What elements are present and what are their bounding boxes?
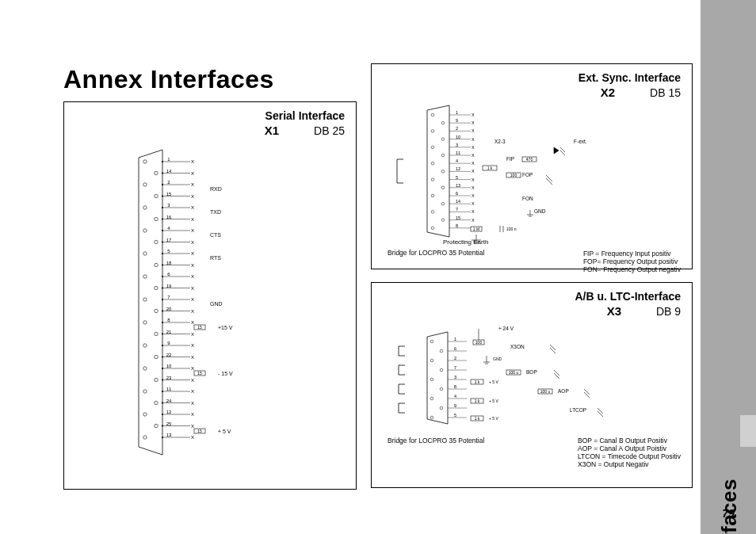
svg-text:2: 2 — [454, 356, 456, 360]
svg-text:X: X — [472, 177, 475, 181]
sidebar-title: Annex: Interfaces — [717, 479, 742, 534]
svg-text:X: X — [191, 205, 194, 210]
svg-text:1: 1 — [167, 157, 170, 162]
svg-text:4: 4 — [456, 158, 458, 163]
svg-point-47 — [162, 287, 163, 288]
svg-text:X: X — [191, 170, 194, 175]
svg-text:CTS: CTS — [210, 232, 221, 238]
panel2-title: Ext. Sync. Interface X2 DB 15 — [372, 64, 692, 104]
svg-point-248 — [440, 406, 443, 410]
svg-text:14: 14 — [166, 168, 172, 173]
svg-text:X: X — [191, 412, 194, 417]
svg-text:6: 6 — [454, 346, 456, 351]
svg-text:X: X — [191, 331, 194, 336]
svg-text:X: X — [472, 144, 475, 149]
svg-line-280 — [550, 348, 556, 353]
svg-text:X: X — [191, 377, 194, 382]
panel3-title-line: A/B u. LTC-Interface — [575, 290, 681, 303]
svg-text:X: X — [472, 113, 475, 117]
svg-point-183 — [441, 202, 445, 205]
svg-line-283 — [584, 389, 590, 395]
panel-ab-ltc: A/B u. LTC-Interface X3 DB 9 162738495 +… — [371, 282, 693, 488]
svg-text:F-ext.: F-ext. — [574, 139, 587, 144]
svg-text:X: X — [191, 343, 194, 348]
svg-line-282 — [554, 373, 559, 379]
svg-text:4: 4 — [454, 394, 456, 399]
svg-text:FON: FON — [522, 196, 533, 201]
svg-point-48 — [143, 297, 147, 300]
svg-line-217 — [546, 178, 552, 185]
svg-point-19 — [162, 207, 163, 208]
svg-text:14: 14 — [456, 199, 460, 204]
svg-text:X: X — [472, 209, 475, 214]
svg-text:X: X — [191, 159, 194, 164]
svg-point-28 — [155, 240, 158, 243]
panel3-title: A/B u. LTC-Interface X3 DB 9 — [372, 283, 692, 322]
svg-point-230 — [440, 349, 443, 353]
svg-point-0 — [143, 159, 147, 162]
panel-ext-sync: Ext. Sync. Interface X2 DB 15 1X9X2X10X3… — [371, 63, 693, 269]
svg-point-64 — [143, 343, 147, 346]
db25-diagram: 1142153164175186197208219221023112412251… — [123, 142, 297, 475]
svg-point-31 — [162, 241, 163, 242]
svg-point-99 — [162, 437, 163, 438]
svg-text:9: 9 — [456, 118, 458, 123]
svg-point-84 — [155, 401, 158, 404]
panel1-title: Serial Interface X1 DB 25 — [64, 102, 356, 142]
svg-point-60 — [155, 332, 158, 335]
svg-text:5: 5 — [167, 249, 170, 254]
svg-point-4 — [155, 171, 158, 174]
svg-point-56 — [143, 320, 147, 323]
svg-point-75 — [162, 368, 163, 369]
svg-text:1 M: 1 M — [473, 227, 479, 231]
svg-point-76 — [155, 378, 158, 381]
svg-text:100 n: 100 n — [506, 227, 517, 231]
svg-text:X: X — [472, 193, 475, 198]
svg-text:X: X — [191, 262, 194, 267]
svg-point-242 — [440, 387, 443, 391]
svg-text:25: 25 — [166, 421, 172, 425]
svg-text:100 u: 100 u — [540, 389, 551, 394]
svg-text:X2-3: X2-3 — [494, 139, 506, 144]
panel2-db: DB 15 — [650, 86, 681, 99]
sidebar: Annex: Interfaces 79 — [701, 0, 756, 534]
panel3-connector: X3 — [607, 304, 621, 318]
svg-point-67 — [162, 345, 163, 346]
svg-text:X: X — [472, 120, 475, 125]
svg-text:X: X — [191, 320, 194, 325]
svg-point-79 — [162, 379, 163, 380]
panel1-db: DB 25 — [314, 124, 345, 137]
svg-point-191 — [441, 218, 445, 221]
svg-text:GND: GND — [534, 208, 546, 214]
svg-point-236 — [440, 368, 443, 372]
svg-text:RTS: RTS — [210, 255, 221, 261]
svg-point-20 — [155, 217, 158, 220]
svg-text:1 k: 1 k — [475, 399, 480, 403]
svg-text:X3ON: X3ON — [510, 344, 525, 349]
svg-point-8 — [143, 182, 147, 185]
svg-text:RXD: RXD — [210, 186, 222, 192]
svg-text:+ 5 V: + 5 V — [489, 416, 498, 421]
svg-point-3 — [162, 161, 163, 162]
svg-line-284 — [584, 392, 590, 398]
svg-point-59 — [162, 322, 163, 323]
svg-text:X: X — [191, 274, 194, 279]
svg-point-175 — [441, 186, 445, 189]
svg-line-281 — [554, 370, 559, 376]
svg-text:9: 9 — [167, 341, 170, 345]
panel3-legend: BOP = Canal B Output Positiv AOP = Canal… — [578, 437, 681, 468]
svg-text:X: X — [191, 308, 194, 313]
panel3-bridge-note: Bridge for LOCPRO 35 Potential — [388, 437, 484, 444]
svg-point-195 — [431, 227, 434, 230]
svg-text:9: 9 — [454, 403, 456, 408]
svg-point-63 — [162, 333, 163, 334]
svg-point-24 — [143, 228, 147, 231]
svg-point-167 — [441, 170, 445, 173]
panel3-db: DB 9 — [656, 305, 681, 318]
svg-text:BOP: BOP — [526, 369, 537, 375]
svg-text:2: 2 — [167, 180, 170, 185]
svg-point-87 — [162, 402, 163, 403]
svg-text:8: 8 — [167, 318, 170, 322]
svg-point-12 — [155, 194, 158, 197]
svg-point-143 — [441, 121, 445, 124]
